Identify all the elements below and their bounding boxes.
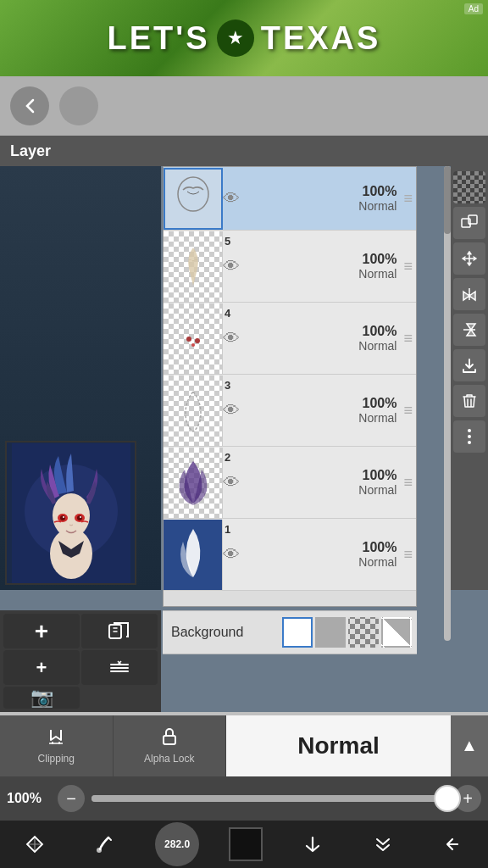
clipping-button[interactable]: Clipping <box>0 715 114 776</box>
opacity-slider-thumb[interactable] <box>434 785 461 812</box>
layer-item[interactable]: 2 👁 100% Normal ≡ <box>164 447 416 519</box>
layer-eye-icon[interactable]: 👁 <box>223 189 240 209</box>
background-label: Background <box>171 625 282 640</box>
alpha-lock-label: Alpha Lock <box>144 753 194 765</box>
layer-number: 3 <box>225 379 230 392</box>
layer-eye-icon[interactable]: 👁 <box>223 545 240 565</box>
color-swatch-nav[interactable] <box>229 827 263 861</box>
brush-button[interactable] <box>85 824 125 865</box>
layer-thumb <box>164 231 223 302</box>
bg-swatch-diagonal[interactable] <box>381 617 412 648</box>
opacity-decrease-button[interactable]: − <box>58 785 85 812</box>
clipping-icon <box>46 726 66 751</box>
layer-row: 1 👁 100% Normal ≡ <box>223 520 416 590</box>
bg-swatch-gray[interactable] <box>315 617 346 648</box>
layer-row: 2 👁 100% Normal ≡ <box>223 448 416 518</box>
layer-info: 100% Normal <box>247 540 403 569</box>
circle-button[interactable] <box>59 86 98 125</box>
transform-button[interactable] <box>14 824 55 865</box>
layer-thumb <box>164 520 223 590</box>
layer-opacity: 100% <box>363 252 397 267</box>
layer-item[interactable]: 1 👁 100% Normal ≡ <box>164 519 416 591</box>
layer-handle-icon[interactable]: ≡ <box>403 474 416 492</box>
delete-button[interactable] <box>453 385 485 417</box>
layer-blend-mode: Normal <box>358 267 396 281</box>
add-layer-button[interactable]: + <box>3 614 80 648</box>
svg-point-8 <box>77 515 82 520</box>
flatten-button[interactable] <box>81 650 158 685</box>
combine-layer-button[interactable] <box>453 207 485 239</box>
artwork-preview <box>5 441 136 585</box>
svg-point-9 <box>63 516 64 518</box>
svg-point-14 <box>195 338 200 343</box>
scrollbar[interactable] <box>444 166 451 641</box>
opacity-row: 100% − + <box>0 776 488 821</box>
layer-handle-icon[interactable]: ≡ <box>403 258 416 275</box>
layer-handle-icon[interactable]: ≡ <box>403 190 416 208</box>
clipping-label: Clipping <box>38 753 75 765</box>
svg-point-13 <box>186 337 191 342</box>
brush-size-indicator[interactable]: 282.0 <box>155 822 199 866</box>
layer-item[interactable]: 5 👁 100% Normal ≡ <box>164 231 416 303</box>
back-nav-button[interactable] <box>432 824 473 865</box>
layer-info: 100% Normal <box>247 252 403 281</box>
layer-item[interactable]: 👁 100% Normal ≡ <box>164 167 416 231</box>
layer-item[interactable]: 4 👁 100% Normal ≡ <box>164 303 416 375</box>
layer-handle-icon[interactable]: ≡ <box>403 546 416 564</box>
move-button[interactable] <box>453 242 485 275</box>
layer-eye-icon[interactable]: 👁 <box>223 329 240 348</box>
bg-swatch-checker[interactable] <box>348 617 379 648</box>
layer-info: 100% Normal <box>247 396 403 425</box>
layer-handle-icon[interactable]: ≡ <box>403 402 416 420</box>
svg-point-22 <box>97 848 102 853</box>
more-options-button[interactable] <box>453 420 485 453</box>
flip-vertical-button[interactable] <box>453 314 485 346</box>
bottom-nav: 282.0 <box>0 821 488 868</box>
scrollbar-thumb[interactable] <box>444 166 451 234</box>
artwork-svg <box>12 443 130 583</box>
double-down-arrow-button[interactable] <box>363 824 403 865</box>
layer-opacity: 100% <box>363 324 397 339</box>
alpha-lock-button[interactable]: Alpha Lock <box>114 715 227 776</box>
down-arrow-button[interactable] <box>292 824 333 865</box>
layer-blend-mode: Normal <box>358 411 396 425</box>
blend-mode-display[interactable]: Normal <box>226 715 451 776</box>
layer-blend-mode: Normal <box>358 483 396 497</box>
svg-point-7 <box>60 515 65 520</box>
opacity-slider-track[interactable] <box>92 795 447 802</box>
minus-icon: − <box>66 789 76 809</box>
blend-mode-text: Normal <box>297 732 379 760</box>
opacity-slider-fill <box>92 795 447 802</box>
layer-eye-icon[interactable]: 👁 <box>223 473 240 492</box>
svg-point-20 <box>468 441 471 444</box>
layer-handle-icon[interactable]: ≡ <box>403 330 416 348</box>
flip-horizontal-button[interactable] <box>453 278 485 310</box>
duplicate-button[interactable] <box>81 614 158 648</box>
main-area: Layer <box>0 136 488 712</box>
layer-eye-icon[interactable]: 👁 <box>223 257 240 276</box>
layer-title: Layer <box>10 142 51 160</box>
layer-number: 2 <box>225 451 230 464</box>
layer-panel[interactable]: 👁 100% Normal ≡ 5 👁 100% <box>163 166 417 607</box>
layer-opacity: 100% <box>363 540 397 555</box>
layer-eye-icon[interactable]: 👁 <box>223 401 240 420</box>
add-below-button[interactable]: + <box>3 650 80 685</box>
background-row: Background <box>163 610 417 654</box>
ad-star-icon: ★ <box>217 19 254 57</box>
back-button[interactable] <box>10 86 49 125</box>
camera-button[interactable]: 📷 <box>3 687 80 709</box>
layer-opacity: 100% <box>363 468 397 483</box>
bottom-left-toolbar: + + 📷 <box>0 610 161 712</box>
checkerboard-button[interactable] <box>453 171 485 203</box>
ad-text: LET'S <box>108 20 210 57</box>
bg-swatch-white[interactable] <box>282 617 313 648</box>
layer-thumb <box>164 448 223 518</box>
plus-icon: + <box>463 789 473 809</box>
layer-opacity: 100% <box>363 396 397 411</box>
blend-mode-arrow-button[interactable]: ▲ <box>451 715 488 776</box>
layer-info: 100% Normal <box>247 324 403 353</box>
layer-item[interactable]: 3 👁 100% Normal ≡ <box>164 375 416 447</box>
layer-number: 1 <box>225 523 230 536</box>
svg-point-4 <box>53 493 90 537</box>
download-button[interactable] <box>453 349 485 381</box>
